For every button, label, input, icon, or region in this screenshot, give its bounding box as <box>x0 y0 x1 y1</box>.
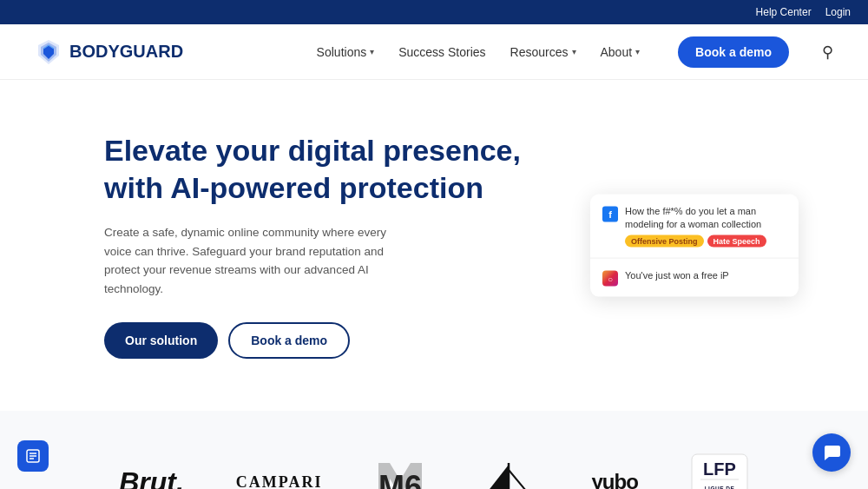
page-widget-button[interactable] <box>17 440 49 472</box>
logo-petit-bateau: PETIT BATEAU <box>478 454 539 489</box>
petit-bateau-svg: PETIT BATEAU <box>478 454 539 489</box>
nav-solutions[interactable]: Solutions ▾ <box>317 45 375 59</box>
nav-success-stories[interactable]: Success Stories <box>398 45 485 59</box>
logos-section: Brut. CAMPARI M6 PETIT BATEAU yubo <box>0 411 868 489</box>
hero-description: Create a safe, dynamic online community … <box>104 223 417 298</box>
logo-campari: CAMPARI <box>236 473 323 489</box>
chevron-down-icon: ▾ <box>635 47 640 56</box>
svg-text:M6: M6 <box>378 469 422 489</box>
lfp-logo-svg: LFP LIGUE DE FOOTBALL PROFESSIONNEL <box>690 453 749 489</box>
mock-comment-2: You've just won a free iP <box>625 269 729 282</box>
m6-logo-svg: M6 <box>374 454 426 489</box>
logo-lfp: LFP LIGUE DE FOOTBALL PROFESSIONNEL <box>690 453 749 489</box>
tag-hate-speech: Hate Speech <box>707 235 766 248</box>
book-demo-hero-button[interactable]: Book a demo <box>228 322 350 359</box>
tag-offensive: Offensive Posting <box>625 235 704 248</box>
mock-card-row-1: f How the f#*% do you let a man modeling… <box>590 194 799 259</box>
campari-logo-text: CAMPARI <box>236 473 323 489</box>
mock-card-row-2: ○ You've just won a free iP <box>590 259 799 297</box>
navigation: BODYGUARD Solutions ▾ Success Stories Re… <box>0 24 868 80</box>
hero-visual: f How the f#*% do you let a man modeling… <box>590 194 799 297</box>
hero-section: Elevate your digital presence, with AI-p… <box>0 80 868 411</box>
mock-card: f How the f#*% do you let a man modeling… <box>590 194 799 297</box>
brand-name: BODYGUARD <box>69 42 183 62</box>
nav-about[interactable]: About ▾ <box>601 45 641 59</box>
logo-yubo: yubo <box>591 470 637 489</box>
hero-title: Elevate your digital presence, with AI-p… <box>104 132 521 206</box>
nav-links: Solutions ▾ Success Stories Resources ▾ … <box>317 36 833 68</box>
mock-comment-1: How the f#*% do you let a man modeling f… <box>625 204 786 248</box>
search-icon[interactable]: ⚲ <box>822 43 833 62</box>
logo-icon <box>35 38 62 66</box>
svg-text:LIGUE DE: LIGUE DE <box>704 486 734 489</box>
book-demo-button[interactable]: Book a demo <box>678 36 789 68</box>
logo-brut: Brut. <box>119 466 184 489</box>
brand-logo[interactable]: BODYGUARD <box>35 38 183 66</box>
nav-resources[interactable]: Resources ▾ <box>510 45 576 59</box>
chat-bubble-button[interactable] <box>812 433 851 472</box>
facebook-icon: f <box>602 206 618 221</box>
chevron-down-icon: ▾ <box>572 47 576 56</box>
tag-row-1: Offensive Posting Hate Speech <box>625 235 786 248</box>
hero-buttons: Our solution Book a demo <box>104 322 521 359</box>
hero-text: Elevate your digital presence, with AI-p… <box>104 132 521 359</box>
logo-m6: M6 <box>374 454 426 489</box>
brut-logo-text: Brut. <box>119 466 184 489</box>
help-center-link[interactable]: Help Center <box>756 6 812 18</box>
yubo-logo-text: yubo <box>591 470 637 489</box>
svg-text:LFP: LFP <box>703 459 736 479</box>
chevron-down-icon: ▾ <box>370 47 374 56</box>
top-bar: Help Center Login <box>0 0 868 24</box>
instagram-icon: ○ <box>602 271 618 287</box>
login-link[interactable]: Login <box>825 6 851 18</box>
our-solution-button[interactable]: Our solution <box>104 322 218 359</box>
page-icon <box>25 448 41 464</box>
chat-icon <box>822 443 841 462</box>
